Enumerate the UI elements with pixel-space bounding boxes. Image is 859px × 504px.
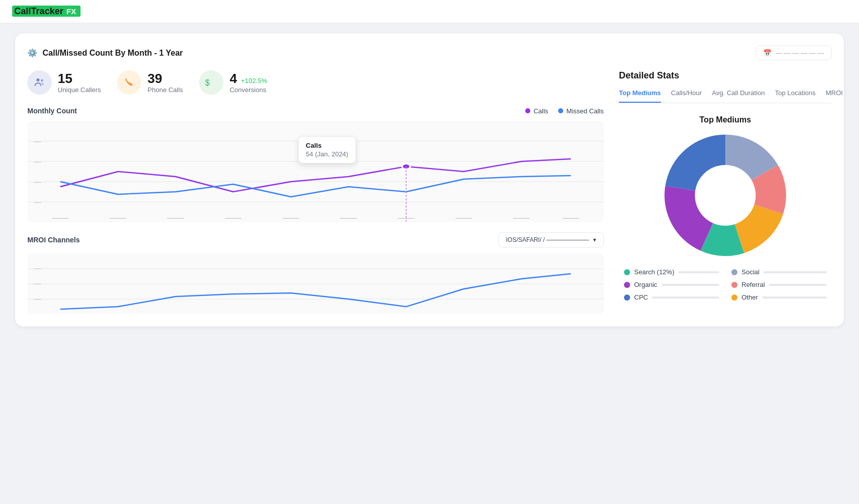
other-color-dot — [731, 295, 737, 301]
stat-conversions-value: 4 — [229, 71, 237, 86]
top-bar: CallTrackerFX — [0, 0, 859, 23]
svg-text:——: —— — [52, 215, 69, 221]
svg-text:—: — — [34, 180, 42, 185]
monthly-count-title: Monthly Count — [27, 107, 77, 115]
mroi-header: MROI Channels IOS/SAFARI/ / ——————— ▾ — [27, 232, 604, 247]
date-filter-text: — — — — — — — [775, 49, 824, 57]
stat-phone-calls: 39 Phone Calls — [117, 70, 183, 95]
pie-section: Top Mediums — [619, 115, 832, 301]
monthly-chart-area: Calls 54 (Jan, 2024) — [27, 121, 604, 222]
stat-unique-callers: 15 Unique Callers — [27, 70, 101, 95]
stat-callers-info: 15 Unique Callers — [58, 71, 101, 94]
organic-bar — [661, 284, 719, 286]
detailed-stats-title: Detailed Stats — [619, 70, 832, 81]
chart-header: Monthly Count Calls Missed Calls — [27, 107, 604, 115]
pie-legend-cpc: CPC — [624, 293, 719, 301]
svg-text:—: — — [34, 139, 42, 144]
tab-calls-hour[interactable]: Calls/Hour — [671, 89, 702, 103]
mroi-dropdown-label: IOS/SAFARI/ / ——————— — [506, 236, 589, 243]
svg-text:—: — — [34, 266, 42, 271]
mroi-chart-area: — — — — [27, 254, 604, 314]
legend-calls-label: Calls — [533, 107, 548, 115]
pie-legend-social: Social — [731, 268, 827, 276]
search-label: Search (12%) — [634, 268, 674, 276]
social-bar — [763, 271, 827, 273]
stat-icon-conversions: $ — [199, 70, 223, 95]
legend-calls: Calls — [525, 107, 548, 115]
left-panel: 15 Unique Callers 39 Phone Calls — [27, 70, 604, 314]
svg-text:——: —— — [110, 215, 127, 221]
svg-text:——: —— — [513, 215, 530, 221]
cpc-label: CPC — [634, 293, 648, 301]
content-grid: 15 Unique Callers 39 Phone Calls — [27, 70, 832, 314]
tab-top-mediums[interactable]: Top Mediums — [619, 89, 661, 103]
stat-callers-label: Unique Callers — [58, 86, 101, 94]
legend-missed-label: Missed Calls — [566, 107, 604, 115]
stats-row: 15 Unique Callers 39 Phone Calls — [27, 70, 604, 95]
cpc-bar — [652, 297, 719, 299]
stat-calls-value: 39 — [147, 71, 183, 86]
chart-legend: Calls Missed Calls — [525, 107, 604, 115]
chevron-down-icon: ▾ — [593, 236, 596, 243]
svg-point-29 — [695, 165, 756, 226]
svg-text:——: —— — [283, 215, 299, 221]
tab-avg-call-duration[interactable]: Avg. Call Duration — [712, 89, 765, 103]
svg-text:——: —— — [563, 215, 579, 221]
stat-icon-phone — [117, 70, 141, 95]
right-panel: Detailed Stats Top Mediums Calls/Hour Av… — [619, 70, 832, 314]
stat-conversions-label: Conversions — [229, 86, 267, 94]
mroi-chart-svg: — — — — [27, 254, 604, 314]
card-title-group: ⚙️ Call/Missed Count By Month - 1 Year — [27, 48, 183, 58]
cpc-color-dot — [624, 295, 630, 301]
referral-label: Referral — [741, 281, 765, 288]
organic-label: Organic — [634, 281, 657, 288]
stat-callers-value: 15 — [58, 71, 101, 86]
tab-top-locations[interactable]: Top Locations — [775, 89, 815, 103]
dashboard-card: ⚙️ Call/Missed Count By Month - 1 Year 📅… — [15, 33, 844, 326]
chart-tooltip: Calls 54 (Jan, 2024) — [298, 136, 356, 163]
legend-missed: Missed Calls — [558, 107, 604, 115]
monthly-count-section: Monthly Count Calls Missed Calls — [27, 107, 604, 222]
svg-text:—: — — [34, 297, 42, 302]
stat-calls-label: Phone Calls — [147, 86, 183, 94]
legend-missed-dot — [558, 108, 563, 113]
pie-legend-organic: Organic — [624, 281, 719, 288]
referral-color-dot — [731, 282, 737, 288]
pie-container — [665, 135, 786, 256]
tooltip-value: 54 (Jan, 2024) — [306, 150, 348, 158]
stat-conversions-info: 4 +102.5% Conversions — [229, 71, 267, 94]
mroi-dropdown[interactable]: IOS/SAFARI/ / ——————— ▾ — [498, 232, 604, 247]
pie-title: Top Mediums — [699, 115, 751, 124]
svg-point-1 — [41, 79, 44, 82]
other-bar — [762, 297, 827, 299]
svg-text:——: —— — [340, 215, 357, 221]
tooltip-title: Calls — [306, 142, 348, 149]
svg-point-0 — [36, 78, 40, 81]
date-filter[interactable]: 📅 — — — — — — — [756, 46, 832, 60]
pie-legend: Search (12%) Social Organic — [619, 268, 832, 301]
organic-color-dot — [624, 282, 630, 288]
main-container: ⚙️ Call/Missed Count By Month - 1 Year 📅… — [0, 23, 859, 337]
svg-text:——: —— — [225, 215, 242, 221]
tabs: Top Mediums Calls/Hour Avg. Call Duratio… — [619, 89, 832, 103]
pie-legend-referral: Referral — [731, 281, 827, 288]
other-label: Other — [741, 293, 758, 301]
pie-legend-other: Other — [731, 293, 827, 301]
calendar-icon: 📅 — [763, 49, 771, 57]
legend-calls-dot — [525, 108, 530, 113]
svg-text:——: —— — [167, 215, 184, 221]
stat-conversions: $ 4 +102.5% Conversions — [199, 70, 267, 95]
svg-text:—: — — [34, 200, 42, 205]
svg-text:—: — — [34, 281, 42, 286]
logo: CallTrackerFX — [12, 6, 81, 17]
svg-text:——: —— — [398, 215, 415, 221]
stat-icon-callers — [27, 70, 52, 95]
tab-mroi[interactable]: MROI — [826, 89, 843, 103]
mroi-title: MROI Channels — [27, 236, 80, 244]
card-header: ⚙️ Call/Missed Count By Month - 1 Year 📅… — [27, 46, 832, 60]
social-color-dot — [731, 269, 737, 275]
svg-text:—: — — [34, 159, 42, 164]
social-label: Social — [741, 268, 759, 276]
mroi-section: MROI Channels IOS/SAFARI/ / ——————— ▾ — [27, 232, 604, 314]
search-bar — [678, 271, 719, 273]
